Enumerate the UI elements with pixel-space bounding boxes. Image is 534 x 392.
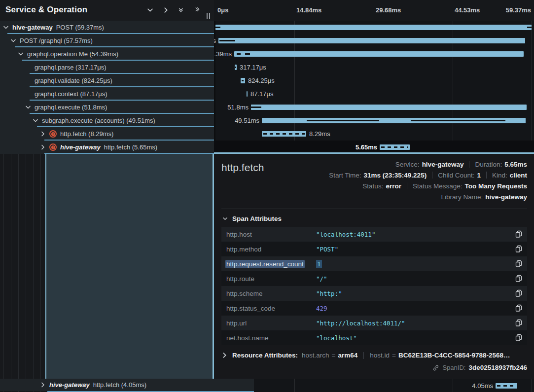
meta-divider: [469, 161, 469, 168]
chevron-right-icon[interactable]: [40, 131, 46, 137]
attribute-value: "localhost": [316, 334, 513, 342]
bar-duration-label: 824.25μs: [248, 74, 275, 87]
span-operation-label: graphql.parse (317.17μs): [35, 64, 107, 71]
span-title: http.fetch: [221, 162, 264, 202]
bar-duration-label: 51.8ms: [227, 101, 249, 114]
span-bar[interactable]: [218, 38, 525, 43]
meta-value: 31ms (23:35:49.225): [364, 172, 427, 179]
attribute-value: "localhost:4011": [316, 231, 513, 238]
attribute-row[interactable]: http.url"http://localhost:4011/": [221, 316, 527, 330]
chevron-down-icon: [222, 216, 228, 221]
tree-row[interactable]: hive-gatewayPOST (59.37ms): [0, 21, 214, 34]
tree-row-collapsed-sibling[interactable]: hive-gatewayhttp.fetch (4.05ms): [0, 379, 254, 391]
timeline-row[interactable]: 8.29ms: [214, 127, 534, 141]
timeline-row[interactable]: 5.65ms: [214, 141, 534, 154]
bar-duration-label: 5.65ms: [356, 141, 377, 154]
span-attributes-table: http.host"localhost:4011" http.method"PO…: [221, 227, 527, 345]
chevron-down-icon[interactable]: [33, 117, 38, 124]
bar-duration-label: 49.51ms: [235, 114, 259, 127]
resource-divider: [363, 352, 364, 359]
chevron-down-icon[interactable]: [146, 6, 154, 14]
chevron-right-icon[interactable]: [40, 144, 46, 150]
chevron-down-icon[interactable]: [25, 104, 31, 110]
copy-icon[interactable]: [513, 245, 522, 253]
timeline-row[interactable]: 54.39ms: [214, 47, 534, 61]
bar-duration-label: 8.29ms: [309, 127, 330, 141]
copy-icon[interactable]: [513, 334, 522, 342]
meta-label: Start Time:: [329, 172, 361, 179]
timeline-row[interactable]: 824.25μs: [214, 74, 534, 87]
meta-label: Child Count:: [438, 172, 474, 179]
span-bar[interactable]: [380, 144, 410, 150]
chevron-down-icon[interactable]: [10, 37, 16, 44]
double-chevron-right-icon[interactable]: [194, 6, 201, 14]
bar-duration-label: 54.39ms: [214, 47, 232, 61]
attribute-key: net.host.name: [226, 334, 316, 342]
attribute-row[interactable]: http.host"localhost:4011": [221, 227, 527, 242]
copy-icon[interactable]: [513, 304, 522, 312]
chevron-down-icon[interactable]: [3, 24, 9, 31]
equals-sign: =: [332, 352, 336, 359]
attribute-value: 429: [316, 305, 513, 312]
tree-row[interactable]: hive-gatewayhttp.fetch (5.65ms): [0, 141, 214, 154]
tree-row[interactable]: graphql.validate (824.25μs): [0, 74, 214, 87]
bar-duration-label: 4.05ms: [472, 379, 493, 392]
chevron-right-icon[interactable]: [40, 382, 46, 388]
copy-icon[interactable]: [513, 260, 522, 268]
span-operation-label: subgraph.execute (accounts) (49.51ms): [42, 117, 155, 124]
meta-value: error: [386, 182, 401, 190]
resource-attributes-row[interactable]: Resource Attributes:host.arch=arm64host.…: [221, 352, 527, 359]
tree-row[interactable]: graphql.context (87.17μs): [0, 87, 214, 101]
attribute-row[interactable]: http.request.resend_count1: [221, 256, 527, 271]
timeline-row[interactable]: 4.05ms: [214, 379, 534, 392]
panel-resize-handle[interactable]: [207, 13, 211, 19]
timeline-row[interactable]: 87.17μs: [214, 87, 534, 101]
ruler-tick-label: 59.37ms: [506, 0, 531, 21]
attribute-row[interactable]: net.host.name"localhost": [221, 330, 527, 345]
chevron-down-icon[interactable]: [18, 51, 24, 57]
timeline-row[interactable]: 317.17μs: [214, 61, 534, 74]
double-chevron-down-icon[interactable]: [178, 6, 185, 14]
detail-divider: [221, 209, 527, 209]
chevron-right-icon[interactable]: [221, 352, 228, 358]
attribute-key: http.host: [226, 231, 316, 238]
tree-row[interactable]: POST /graphql (57.57ms): [0, 34, 214, 47]
copy-icon[interactable]: [513, 319, 522, 327]
attribute-row[interactable]: http.route"/": [221, 271, 527, 286]
tree-row[interactable]: graphql.execute (51.8ms): [0, 101, 214, 114]
timeline-row[interactable]: 51.8ms: [214, 101, 534, 114]
span-bar[interactable]: [251, 105, 527, 110]
chevron-right-icon[interactable]: [162, 6, 170, 14]
span-bar[interactable]: [247, 91, 248, 97]
self-time-tick: [411, 120, 505, 121]
span-bar[interactable]: [496, 383, 517, 389]
resource-value: BC62E13B-C4CC-5854-9788-2568…: [398, 352, 510, 359]
copy-icon[interactable]: [513, 230, 522, 238]
timeline-row[interactable]: 59.37ms: [214, 21, 534, 34]
attribute-row[interactable]: http.status_code429: [221, 301, 527, 316]
span-bar[interactable]: [215, 25, 532, 30]
self-time-tick: [215, 27, 220, 28]
span-bar[interactable]: [262, 131, 306, 137]
tree-row[interactable]: subgraph.execute (accounts) (49.51ms): [0, 114, 214, 127]
bar-duration-label: 317.17μs: [240, 61, 266, 74]
span-bar[interactable]: [234, 51, 524, 57]
bar-dash-pattern: [263, 133, 305, 135]
resource-attributes-title: Resource Attributes:: [232, 352, 298, 359]
link-icon[interactable]: [432, 364, 439, 371]
attribute-row[interactable]: http.scheme"http:": [221, 286, 527, 301]
tree-row[interactable]: graphql.parse (317.17μs): [0, 61, 214, 74]
tree-row[interactable]: graphql.operation Me (54.39ms): [0, 47, 214, 61]
timeline-row[interactable]: 49.51ms: [214, 114, 534, 127]
span-operation-label: graphql.operation Me (54.39ms): [27, 50, 118, 58]
span-attributes-toggle[interactable]: Span Attributes: [222, 215, 527, 222]
timeline-row[interactable]: 57.57ms: [214, 34, 534, 47]
tree-row[interactable]: http.fetch (8.29ms): [0, 127, 214, 141]
attribute-row[interactable]: http.method"POST": [221, 242, 527, 256]
ruler-tick-label: 0μs: [217, 0, 228, 21]
meta-divider: [432, 172, 432, 178]
copy-icon[interactable]: [513, 289, 522, 297]
copy-icon[interactable]: [513, 275, 522, 283]
meta-value: hive-gateway: [485, 193, 527, 201]
tree-header: Service & Operation: [0, 0, 214, 21]
